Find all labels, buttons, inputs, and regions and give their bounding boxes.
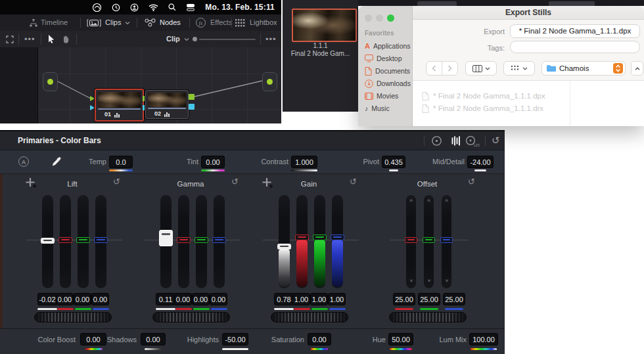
minimize-window-button[interactable] bbox=[376, 14, 383, 22]
color-bars-mode-icon[interactable] bbox=[451, 135, 461, 146]
spotlight-search-icon[interactable] bbox=[168, 3, 176, 11]
offset-red-handle[interactable] bbox=[405, 237, 417, 243]
offset-green-up-icon[interactable]: ˄ bbox=[424, 198, 434, 204]
saturation-value[interactable]: 0.00 bbox=[308, 333, 331, 345]
offset-red-value[interactable]: 25.00 bbox=[393, 293, 415, 305]
gain-blue-handle[interactable] bbox=[331, 234, 344, 240]
creative-cloud-icon[interactable] bbox=[92, 3, 102, 12]
offset-red-down-icon[interactable]: ˅ bbox=[406, 278, 416, 284]
lift-y-value[interactable]: -0.02 bbox=[37, 293, 57, 305]
pan-hand-tool-icon[interactable] bbox=[62, 35, 70, 43]
lift-master-wheel[interactable] bbox=[34, 312, 112, 322]
close-window-button[interactable] bbox=[365, 14, 372, 22]
zoom-slider-track[interactable] bbox=[199, 39, 256, 40]
location-select[interactable]: Chamois bbox=[541, 61, 626, 76]
output-node[interactable] bbox=[262, 72, 277, 91]
gain-y-value[interactable]: 0.78 bbox=[274, 293, 294, 305]
lift-green-handle[interactable] bbox=[76, 237, 90, 243]
sidebar-item-downloads[interactable]: Downloads bbox=[365, 77, 411, 89]
gain-master-wheel[interactable] bbox=[271, 312, 348, 322]
group-by-button[interactable] bbox=[503, 61, 535, 76]
back-button[interactable] bbox=[426, 61, 442, 76]
time-machine-icon[interactable] bbox=[112, 3, 120, 12]
corrector-node-01[interactable]: 01 bbox=[95, 89, 144, 122]
tab-timeline[interactable]: Timeline bbox=[41, 14, 68, 31]
gamma-reset-icon[interactable]: ↺ bbox=[231, 177, 239, 187]
offset-red-up-icon[interactable]: ˄ bbox=[406, 198, 416, 204]
corrector-node-02[interactable]: 02 bbox=[145, 90, 189, 119]
gamma-y-value[interactable]: 0.11 bbox=[156, 293, 175, 305]
tab-lightbox[interactable]: Lightbox bbox=[250, 14, 277, 31]
file-row-dpx[interactable]: * Final 2 Node Gamma_1.1.1.dpx bbox=[422, 90, 545, 102]
lift-green-value[interactable]: 0.00 bbox=[74, 293, 91, 305]
gamma-green-handle[interactable] bbox=[195, 237, 208, 243]
contrast-value[interactable]: 1.000 bbox=[291, 156, 317, 168]
log-wheels-mode-icon[interactable]: LOG bbox=[465, 135, 480, 147]
gallery-still-thumbnail[interactable] bbox=[292, 9, 357, 42]
zoom-window-button[interactable] bbox=[387, 14, 394, 22]
sidebar-item-movies[interactable]: Movies bbox=[365, 90, 398, 102]
tab-nodes[interactable]: Nodes bbox=[160, 14, 181, 31]
gain-green-handle[interactable] bbox=[313, 234, 327, 240]
source-input-node[interactable] bbox=[43, 72, 58, 91]
tint-value[interactable]: 0.00 bbox=[201, 156, 225, 168]
gain-red-handle[interactable] bbox=[295, 234, 309, 240]
temp-value[interactable]: 0.0 bbox=[109, 156, 133, 168]
expand-icon[interactable] bbox=[6, 35, 14, 43]
sidebar-item-applications[interactable]: A Applications bbox=[365, 40, 411, 52]
gain-reset-icon[interactable]: ↺ bbox=[350, 177, 357, 187]
menu-extra-icon[interactable] bbox=[186, 3, 195, 11]
gain-red-value[interactable]: 1.00 bbox=[292, 293, 310, 305]
clips-chevron-down-icon[interactable] bbox=[125, 21, 130, 25]
pivot-value[interactable]: 0.435 bbox=[382, 156, 405, 168]
lift-blue-value[interactable]: 0.00 bbox=[91, 293, 109, 305]
wifi-icon[interactable] bbox=[149, 4, 158, 11]
lift-red-value[interactable]: 0.00 bbox=[56, 293, 74, 305]
tab-effects[interactable]: Effects bbox=[210, 14, 232, 31]
gamma-red-value[interactable]: 0.00 bbox=[174, 293, 192, 305]
file-row-drx[interactable]: * Final 2 Node Gamma_1.1.1.drx bbox=[422, 102, 543, 114]
zoom-slider-thumb[interactable] bbox=[193, 37, 197, 41]
sidebar-item-documents[interactable]: Documents bbox=[365, 65, 410, 77]
node-graph-canvas[interactable]: 01 02 bbox=[38, 47, 281, 123]
mid-detail-value[interactable]: -24.00 bbox=[467, 156, 494, 168]
sidebar-item-desktop[interactable]: Desktop bbox=[365, 53, 402, 64]
gamma-red-handle[interactable] bbox=[177, 237, 191, 243]
view-mode-button[interactable] bbox=[465, 61, 497, 76]
shadows-value[interactable]: 0.00 bbox=[141, 333, 166, 345]
highlights-value[interactable]: -50.00 bbox=[222, 333, 248, 345]
node-01-key-input-icon[interactable] bbox=[90, 105, 95, 110]
reset-all-icon[interactable]: ↺ bbox=[492, 134, 500, 147]
sidebar-item-music[interactable]: ♪ Music bbox=[365, 102, 390, 114]
gain-y-handle[interactable] bbox=[277, 244, 291, 250]
gamma-master-wheel[interactable] bbox=[152, 312, 230, 322]
lift-blue-handle[interactable] bbox=[94, 237, 108, 243]
graph-more-menu[interactable]: ••• bbox=[265, 31, 277, 47]
gamma-y-handle[interactable] bbox=[159, 230, 173, 246]
forward-button[interactable] bbox=[442, 61, 458, 76]
node-02-rgb-output-icon[interactable] bbox=[189, 94, 195, 100]
graph-options-menu[interactable]: ••• bbox=[24, 31, 35, 47]
color-wheels-mode-icon[interactable] bbox=[431, 135, 442, 146]
auto-balance-icon[interactable]: A bbox=[18, 156, 29, 167]
offset-green-down-icon[interactable]: ˅ bbox=[424, 278, 434, 284]
hue-value[interactable]: 50.00 bbox=[388, 333, 413, 345]
lift-y-handle[interactable] bbox=[41, 238, 55, 244]
tab-clips[interactable]: Clips bbox=[105, 14, 121, 31]
tags-input[interactable] bbox=[510, 41, 640, 53]
offset-blue-down-icon[interactable]: ˅ bbox=[442, 278, 451, 284]
graph-view-selector[interactable]: Clip bbox=[166, 31, 180, 47]
lum-mix-value[interactable]: 100.00 bbox=[469, 333, 498, 345]
pointer-tool-icon[interactable] bbox=[48, 35, 55, 44]
offset-green-handle[interactable] bbox=[423, 237, 435, 243]
gain-green-value[interactable]: 1.00 bbox=[310, 293, 328, 305]
offset-green-value[interactable]: 25.00 bbox=[418, 293, 440, 305]
gamma-green-value[interactable]: 0.00 bbox=[192, 293, 210, 305]
gamma-blue-handle[interactable] bbox=[212, 237, 226, 243]
lift-reset-icon[interactable]: ↺ bbox=[113, 177, 120, 187]
view-chevron-down-icon[interactable] bbox=[184, 37, 189, 41]
lift-red-handle[interactable] bbox=[58, 237, 72, 243]
node-01-rgb-input-icon[interactable] bbox=[90, 96, 95, 101]
gamma-blue-value[interactable]: 0.00 bbox=[210, 293, 227, 305]
offset-blue-handle[interactable] bbox=[440, 237, 453, 243]
